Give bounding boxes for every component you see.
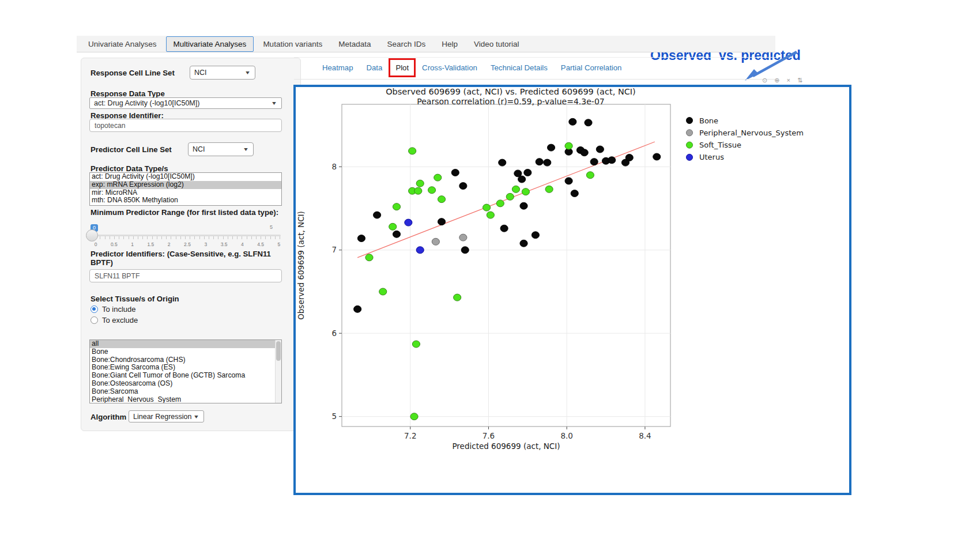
legend-label[interactable]: Uterus bbox=[699, 153, 724, 161]
response-cell-line-set-value: NCI bbox=[194, 69, 207, 77]
listbox-scrollbar[interactable] bbox=[275, 340, 281, 403]
scatter-point-bone bbox=[373, 212, 380, 218]
scatter-point-bone bbox=[357, 235, 365, 242]
slider-handle[interactable] bbox=[86, 229, 98, 241]
divider bbox=[294, 79, 776, 80]
tissue-option[interactable]: Peripheral_Nervous_System bbox=[90, 396, 281, 403]
scatter-point-bone bbox=[520, 240, 527, 247]
predictor-data-types-label: Predictor Data Type/s bbox=[91, 164, 168, 173]
sidebar-panel: Response Cell Line Set NCI▼ Response Dat… bbox=[81, 58, 301, 431]
scatter-point-bone bbox=[581, 149, 588, 156]
main-nav-bar: Univariate AnalysesMultivariate Analyses… bbox=[77, 36, 775, 52]
zoom-icon[interactable]: ⊕ bbox=[774, 77, 779, 84]
chevron-down-icon: ▼ bbox=[244, 70, 251, 76]
slider-tick-label: 2.5 bbox=[182, 241, 193, 247]
algorithm-select[interactable]: Linear Regression▼ bbox=[129, 410, 204, 422]
scatter-point-soft_tissue bbox=[365, 254, 373, 261]
scatter-point-soft_tissue bbox=[545, 186, 553, 193]
scatter-point-soft_tissue bbox=[428, 187, 435, 194]
tab-cross-validation[interactable]: Cross-Validation bbox=[421, 62, 478, 73]
tab-technical-details[interactable]: Technical Details bbox=[490, 62, 548, 73]
tissue-option[interactable]: Bone:Osteosarcoma (OS) bbox=[90, 380, 281, 388]
scatter-point-soft_tissue bbox=[379, 288, 387, 295]
predictor-data-type-option[interactable]: act: Drug Activity (-log10[IC50M]) bbox=[90, 173, 281, 181]
scatter-point-bone bbox=[520, 202, 527, 209]
scrollbar-thumb[interactable] bbox=[276, 341, 281, 361]
nav-tab[interactable]: Univariate Analyses bbox=[81, 37, 164, 51]
nav-tab[interactable]: Metadata bbox=[331, 37, 378, 51]
nav-tab[interactable]: Multivariate Analyses bbox=[166, 36, 254, 52]
nav-tab[interactable]: Search IDs bbox=[380, 37, 432, 51]
legend-marker-icon bbox=[686, 117, 692, 123]
tissue-option[interactable]: Bone:Ewing Sarcoma (ES) bbox=[90, 364, 281, 372]
tissue-option[interactable]: Bone:Chondrosarcoma (CHS) bbox=[90, 356, 281, 364]
tab-plot[interactable]: Plot bbox=[395, 62, 409, 73]
scatter-point-peripheral_nervous_system bbox=[432, 238, 439, 245]
response-identifier-input[interactable] bbox=[89, 119, 282, 132]
scatter-point-bone bbox=[499, 159, 506, 166]
x-tick-label: 8.4 bbox=[639, 431, 651, 440]
y-tick-label: 6 bbox=[331, 329, 337, 338]
response-data-type-select[interactable]: act: Drug Activity (-log10[IC50M])▼ bbox=[89, 97, 282, 109]
response-cell-line-set-select[interactable]: NCI▼ bbox=[190, 66, 255, 80]
nav-tab[interactable]: Help bbox=[435, 37, 465, 51]
legend-label[interactable]: Peripheral_Nervous_System bbox=[699, 129, 804, 137]
scatter-point-bone bbox=[461, 247, 469, 254]
predictor-cell-line-set-select[interactable]: NCI▼ bbox=[188, 142, 254, 156]
scatter-point-bone bbox=[565, 178, 572, 184]
scatter-point-bone bbox=[608, 157, 616, 164]
tab-heatmap[interactable]: Heatmap bbox=[322, 62, 354, 73]
tissue-option[interactable]: all bbox=[90, 340, 281, 348]
predictor-data-type-option[interactable]: mth: DNA 850K Methylation bbox=[90, 197, 281, 205]
tissue-option[interactable]: Bone:Sarcoma bbox=[90, 388, 281, 396]
scatter-point-bone bbox=[596, 146, 604, 153]
radio-label: To exclude bbox=[102, 316, 138, 324]
predictor-identifiers-input[interactable] bbox=[89, 269, 282, 282]
predictor-data-type-option[interactable]: exp: mRNA Expression (log2) bbox=[90, 181, 281, 189]
chart-title: Observed 609699 (act, NCI) vs. Predicted… bbox=[386, 87, 636, 96]
slider-tick-label: 0 bbox=[91, 241, 101, 247]
scatter-point-uterus bbox=[416, 247, 424, 254]
nav-tab[interactable]: Mutation variants bbox=[256, 37, 329, 51]
scatter-point-soft_tissue bbox=[487, 212, 494, 218]
scatter-point-soft_tissue bbox=[506, 193, 514, 200]
scatter-point-soft_tissue bbox=[434, 174, 442, 181]
radio-icon bbox=[91, 305, 98, 313]
algorithm-label: Algorithm bbox=[91, 413, 126, 421]
scatter-point-soft_tissue bbox=[512, 186, 519, 193]
x-tick-label: 7.6 bbox=[483, 431, 495, 440]
chevron-down-icon: ▼ bbox=[271, 100, 277, 106]
tissue-option[interactable]: Bone:Giant Cell Tumor of Bone (GCTB) Sar… bbox=[90, 372, 281, 380]
x-tick-label: 8.0 bbox=[560, 431, 572, 440]
slider-tick-label: 4.5 bbox=[255, 241, 266, 247]
slider-tick-label: 0.5 bbox=[109, 241, 119, 247]
radio-label: To include bbox=[102, 305, 136, 314]
tab-data[interactable]: Data bbox=[366, 62, 383, 73]
legend-label[interactable]: Soft_Tissue bbox=[699, 141, 741, 149]
tab-partial-correlation[interactable]: Partial Correlation bbox=[560, 62, 623, 73]
slider-tick-label: 1 bbox=[127, 241, 138, 247]
scatter-point-soft_tissue bbox=[412, 341, 420, 348]
legend-label[interactable]: Bone bbox=[699, 116, 718, 125]
scatter-point-bone bbox=[547, 144, 555, 151]
chevron-down-icon: ▼ bbox=[243, 146, 249, 152]
radio-to-exclude[interactable]: To exclude bbox=[91, 316, 138, 324]
tissue-option[interactable]: Bone bbox=[90, 348, 281, 356]
predictor-data-types-listbox: act: Drug Activity (-log10[IC50M])exp: m… bbox=[89, 172, 282, 206]
response-data-type-value: act: Drug Activity (-log10[IC50M]) bbox=[94, 99, 199, 107]
radio-icon bbox=[91, 316, 98, 324]
slider-tick-label: 3 bbox=[201, 241, 211, 247]
scatter-point-bone bbox=[544, 159, 551, 166]
close-icon[interactable]: × bbox=[786, 77, 790, 84]
predictor-data-type-option[interactable]: mir: MicroRNA bbox=[90, 189, 281, 197]
legend-marker-icon bbox=[686, 130, 692, 136]
slider-tick-label: 1.5 bbox=[145, 241, 156, 247]
camera-icon[interactable]: ⊙ bbox=[762, 77, 767, 84]
scatter-point-soft_tissue bbox=[393, 203, 400, 210]
y-tick-label: 7 bbox=[331, 245, 337, 254]
legend-marker-icon bbox=[686, 154, 692, 160]
radio-to-include[interactable]: To include bbox=[91, 305, 136, 314]
nav-tab[interactable]: Video tutorial bbox=[467, 37, 526, 51]
expand-icon[interactable]: ⇅ bbox=[797, 77, 802, 84]
scatter-point-bone bbox=[500, 225, 508, 232]
